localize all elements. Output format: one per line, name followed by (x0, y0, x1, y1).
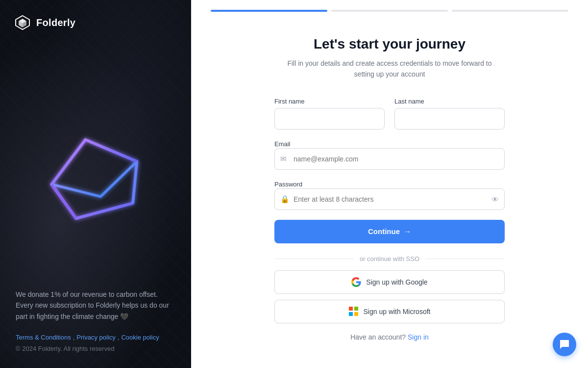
password-group: Password 🔒 👁 (274, 180, 505, 210)
google-icon (351, 277, 361, 287)
left-panel: Folderly (0, 0, 191, 368)
copyright-text: © 2024 Folderly. All rights reserved (16, 345, 175, 352)
signin-prompt: Have an account? Sign in (350, 333, 429, 341)
progress-bar (191, 0, 588, 12)
name-row: First name Last name (274, 98, 505, 130)
password-label: Password (274, 181, 302, 188)
microsoft-icon (349, 307, 359, 316)
email-label: Email (274, 140, 291, 148)
google-button-label: Sign up with Google (366, 278, 427, 286)
cookie-link[interactable]: Cookie policy (121, 334, 159, 341)
first-name-input[interactable] (274, 108, 385, 130)
email-icon: ✉ (280, 155, 287, 163)
eye-icon[interactable]: 👁 (491, 195, 499, 203)
right-panel: Let's start your journey Fill in your de… (191, 0, 588, 368)
microsoft-button-label: Sign up with Microsoft (364, 308, 431, 315)
password-input[interactable] (274, 188, 505, 210)
first-name-group: First name (274, 98, 385, 130)
terms-link[interactable]: Terms & Conditions (16, 334, 71, 341)
bottom-content: We donate 1% of our revenue to carbon of… (16, 289, 175, 352)
folderly-logo-icon (14, 14, 31, 31)
arrow-icon: → (404, 227, 411, 236)
form-container: Let's start your journey Fill in your de… (191, 12, 588, 368)
form-subtitle: Fill in your details and create access c… (277, 58, 502, 80)
google-signup-button[interactable]: Sign up with Google (274, 270, 505, 294)
logo-text: Folderly (36, 17, 75, 28)
sso-divider-text: or continue with SSO (360, 255, 419, 263)
lock-icon: 🔒 (280, 195, 290, 204)
password-input-wrapper: 🔒 👁 (274, 188, 505, 210)
signin-link[interactable]: Sign in (408, 333, 429, 341)
last-name-input[interactable] (394, 108, 505, 130)
logo-area: Folderly (14, 14, 75, 31)
privacy-link[interactable]: Privacy policy (76, 334, 115, 341)
carbon-text: We donate 1% of our revenue to carbon of… (16, 289, 175, 322)
last-name-group: Last name (394, 98, 505, 130)
microsoft-signup-button[interactable]: Sign up with Microsoft (274, 300, 505, 323)
email-input-wrapper: ✉ (274, 148, 505, 170)
chat-support-button[interactable] (553, 333, 576, 356)
first-name-label: First name (274, 98, 385, 105)
form-title: Let's start your journey (314, 36, 466, 52)
envelope-illustration (32, 114, 159, 241)
email-group: Email ✉ (274, 139, 505, 170)
sso-divider: or continue with SSO (274, 255, 505, 263)
continue-button[interactable]: Continue → (274, 220, 505, 243)
email-input[interactable] (274, 148, 505, 170)
last-name-label: Last name (394, 98, 505, 105)
chat-icon (559, 339, 570, 350)
footer-links: Terms & Conditions , Privacy policy , Co… (16, 334, 175, 341)
